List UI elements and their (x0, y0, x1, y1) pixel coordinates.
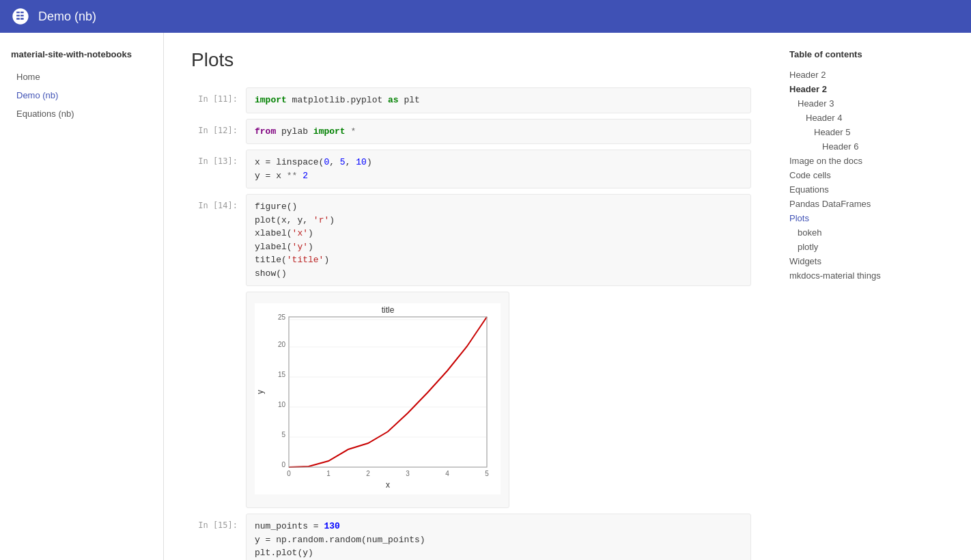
toc-code-cells[interactable]: Code cells (789, 168, 918, 182)
cell-label-14: In [14]: (191, 194, 246, 210)
toc: Table of contents Header 2 Header 2 Head… (778, 33, 929, 560)
svg-text:0: 0 (281, 461, 285, 468)
sidebar-item-equations[interactable]: Equations (nb) (11, 104, 152, 123)
toc-plotly[interactable]: plotly (789, 240, 918, 254)
plot-chart: title y x 0 5 10 15 20 25 0 (255, 303, 501, 494)
navbar-title: Demo (nb) (38, 10, 96, 24)
sidebar-item-home[interactable]: Home (11, 68, 152, 86)
svg-text:10: 10 (278, 401, 286, 408)
toc-widgets[interactable]: Widgets (789, 254, 918, 268)
page-title: Plots (191, 49, 751, 71)
sidebar: material-site-with-notebooks Home Demo (… (0, 33, 164, 560)
cell-label-15: In [15]: (191, 514, 246, 530)
toc-equations[interactable]: Equations (789, 182, 918, 197)
svg-text:1: 1 (326, 470, 330, 477)
svg-text:0: 0 (287, 470, 291, 477)
cell-12: In [12]: from pylab import * (191, 119, 751, 145)
svg-text:x: x (386, 480, 390, 490)
svg-text:25: 25 (278, 313, 286, 321)
cell-label-12: In [12]: (191, 119, 246, 135)
cell-code-14: figure() plot(x, y, 'r') xlabel('x') yla… (246, 194, 751, 286)
sidebar-item-demo[interactable]: Demo (nb) (11, 86, 152, 104)
toc-title: Table of contents (789, 49, 918, 59)
toc-mkdocs-material[interactable]: mkdocs-material things (789, 268, 918, 283)
cell-15: In [15]: num_points = 130 y = np.random.… (191, 514, 751, 560)
cell-label-11: In [11]: (191, 87, 246, 104)
cell-label-plot (191, 292, 246, 298)
toc-plots[interactable]: Plots (789, 211, 918, 225)
toc-pandas[interactable]: Pandas DataFrames (789, 197, 918, 211)
svg-text:5: 5 (281, 431, 285, 438)
toc-header5[interactable]: Header 5 (789, 125, 918, 139)
svg-text:3: 3 (406, 470, 410, 477)
toc-header4[interactable]: Header 4 (789, 111, 918, 125)
plot-container: title y x 0 5 10 15 20 25 0 (246, 292, 509, 508)
cell-code-13: x = linspace(0, 5, 10) y = x ** 2 (246, 150, 751, 188)
svg-rect-0 (289, 317, 487, 467)
toc-header3[interactable]: Header 3 (789, 96, 918, 111)
cell-code-12: from pylab import * (246, 119, 751, 145)
cell-code-15: num_points = 130 y = np.random.random(nu… (246, 514, 751, 560)
svg-text:5: 5 (485, 470, 489, 477)
cell-code-11: import matplotlib.pyplot as plt (246, 87, 751, 113)
book-open-icon (11, 7, 30, 26)
main-content: Plots In [11]: import matplotlib.pyplot … (164, 33, 778, 560)
svg-text:20: 20 (278, 341, 286, 348)
toc-header2-1[interactable]: Header 2 (789, 68, 918, 82)
toc-header2-2[interactable]: Header 2 (789, 82, 918, 96)
cell-label-13: In [13]: (191, 150, 246, 166)
svg-text:15: 15 (278, 371, 286, 378)
cell-13: In [13]: x = linspace(0, 5, 10) y = x **… (191, 150, 751, 188)
cell-11: In [11]: import matplotlib.pyplot as plt (191, 87, 751, 113)
toc-image-on-docs[interactable]: Image on the docs (789, 154, 918, 168)
svg-text:4: 4 (445, 470, 449, 477)
cell-plot-output: title y x 0 5 10 15 20 25 0 (191, 292, 751, 508)
navbar: Demo (nb) (0, 0, 971, 33)
svg-text:y: y (255, 390, 265, 394)
toc-header6[interactable]: Header 6 (789, 139, 918, 154)
svg-text:title: title (382, 305, 395, 315)
cell-14: In [14]: figure() plot(x, y, 'r') xlabel… (191, 194, 751, 286)
sidebar-site-name: material-site-with-notebooks (11, 49, 152, 59)
toc-bokeh[interactable]: bokeh (789, 225, 918, 240)
svg-text:2: 2 (366, 470, 370, 477)
